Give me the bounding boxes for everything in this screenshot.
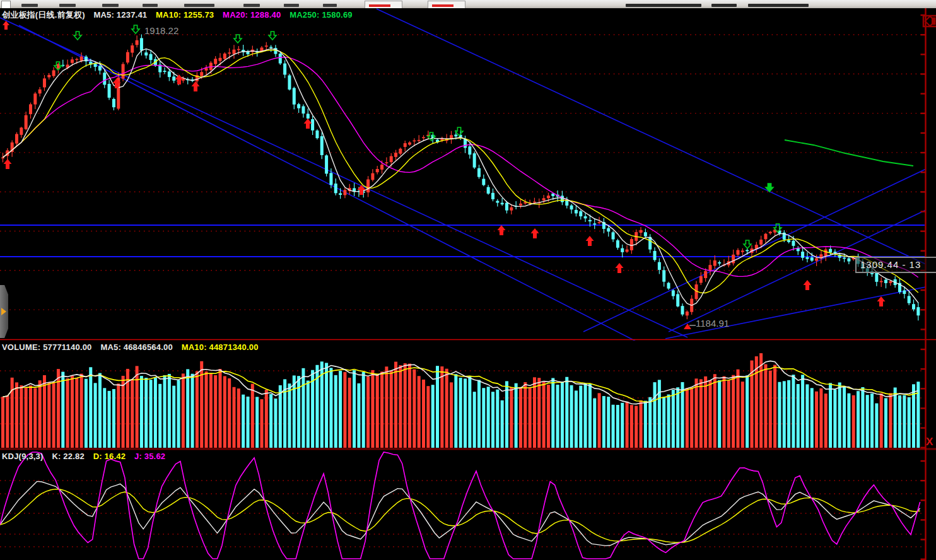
kdj-pane-header: KDJ(9,3,3) K: 22.82 D: 16.42 J: 35.62 bbox=[2, 452, 172, 461]
volume-ma5-value: MA5: 46846564.00 bbox=[100, 342, 173, 352]
menu-item-fragment[interactable] bbox=[243, 4, 260, 7]
kdj-name: KDJ(9,3,3) bbox=[2, 452, 44, 461]
symbol-title: 创业板指(日线.前复权) bbox=[2, 10, 85, 20]
price-range-tooltip: 1309.44 - 13 bbox=[855, 257, 936, 273]
split-window-icon[interactable] bbox=[922, 13, 936, 28]
kdj-d-value: D: 16.42 bbox=[93, 452, 126, 461]
close-pane-icon[interactable]: X bbox=[926, 436, 933, 448]
kdj-j-value: J: 35.62 bbox=[134, 452, 165, 461]
up-arrow-icon bbox=[2, 21, 10, 30]
menu-item-fragment[interactable] bbox=[323, 4, 337, 7]
kdj-k-value: K: 22.82 bbox=[52, 452, 84, 461]
price-pane-header: 创业板指(日线.前复权) MA5: 1237.41 MA10: 1255.73 … bbox=[2, 9, 359, 21]
high-price-label: 1918.22 bbox=[144, 25, 178, 36]
menu-bar[interactable] bbox=[0, 0, 936, 9]
ma5-value: MA5: 1237.41 bbox=[93, 10, 147, 20]
menu-item-fragment[interactable] bbox=[102, 4, 119, 7]
main-price-pane[interactable] bbox=[0, 8, 936, 341]
sidebar-flyout-handle[interactable] bbox=[0, 285, 8, 338]
menu-item-fragment[interactable] bbox=[284, 4, 299, 7]
menu-item-fragment[interactable] bbox=[59, 4, 76, 7]
volume-value: VOLUME: 57771140.00 bbox=[2, 342, 92, 352]
low-price-label: 1184.91 bbox=[696, 318, 729, 329]
menu-item-fragment[interactable] bbox=[184, 4, 214, 7]
ma20-value: MA20: 1288.40 bbox=[223, 10, 281, 20]
menu-item-fragment[interactable] bbox=[21, 4, 38, 7]
volume-ma10-value: MA10: 44871340.00 bbox=[182, 342, 259, 352]
volume-pane-header: VOLUME: 57771140.00 MA5: 46846564.00 MA1… bbox=[2, 342, 265, 352]
trading-app-window: 创业板指(日线.前复权) MA5: 1237.41 MA10: 1255.73 … bbox=[0, 0, 936, 560]
menu-item-fragment[interactable] bbox=[626, 4, 701, 7]
ma250-value: MA250: 1580.69 bbox=[290, 10, 353, 20]
flyout-arrow-icon bbox=[1, 308, 6, 315]
chart-area: 创业板指(日线.前复权) MA5: 1237.41 MA10: 1255.73 … bbox=[0, 8, 936, 560]
menu-item-fragment[interactable] bbox=[748, 4, 809, 7]
menu-item-fragment[interactable] bbox=[143, 4, 158, 7]
volume-pane[interactable] bbox=[0, 341, 936, 450]
kdj-pane[interactable] bbox=[0, 450, 936, 560]
menu-item-fragment[interactable] bbox=[711, 4, 737, 7]
ma10-value: MA10: 1255.73 bbox=[156, 10, 214, 20]
